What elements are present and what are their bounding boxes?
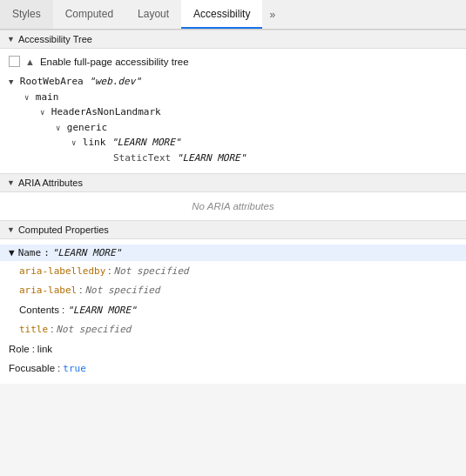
aria-attributes-header[interactable]: ▼ ARIA Attributes <box>0 173 466 192</box>
computed-properties-header[interactable]: ▼ Computed Properties <box>0 220 466 239</box>
accessibility-tree-label: Accessibility Tree <box>18 34 92 44</box>
accessibility-tree-header[interactable]: ▼ Accessibility Tree <box>0 30 466 49</box>
more-tabs-button[interactable]: » <box>262 0 282 29</box>
name-triangle: ▼ <box>9 247 15 258</box>
accessibility-tree-triangle: ▼ <box>7 35 15 44</box>
tree-node-rootwebarea[interactable]: ▼ RootWebArea "web.dev" <box>9 74 457 90</box>
computed-triangle: ▼ <box>7 225 15 234</box>
prop-title: title : Not specified <box>9 319 457 339</box>
expander-2: ∨ <box>40 108 50 117</box>
enable-label: Enable full-page accessibility tree <box>40 57 189 67</box>
tab-layout[interactable]: Layout <box>125 0 181 29</box>
enable-checkbox[interactable] <box>9 56 20 67</box>
expander-0: ▼ <box>9 77 18 86</box>
computed-properties-section: ▼ Name: "LEARN MORE" aria-labelledby : N… <box>0 239 466 384</box>
prop-aria-label: aria-label : Not specified <box>9 280 457 300</box>
tree-node-main[interactable]: ∨ main <box>9 90 457 105</box>
filter-icon: ▲ <box>25 57 35 67</box>
aria-triangle: ▼ <box>7 178 15 187</box>
prop-contents: Contents : "LEARN MORE" <box>9 300 457 320</box>
computed-name-row[interactable]: ▼ Name: "LEARN MORE" <box>0 245 466 261</box>
expander-1: ∨ <box>24 93 34 102</box>
expander-3: ∨ <box>56 124 65 132</box>
computed-properties-label: Computed Properties <box>18 225 109 235</box>
prop-aria-labelledby: aria-labelledby : Not specified <box>9 261 457 281</box>
accessibility-tree-section: ▲ Enable full-page accessibility tree ▼ … <box>0 49 466 173</box>
main-panel: ▼ Accessibility Tree ▲ Enable full-page … <box>0 30 466 384</box>
aria-attributes-label: ARIA Attributes <box>18 178 83 188</box>
tree-nodes: ▼ RootWebArea "web.dev" ∨ main ∨ HeaderA… <box>9 74 457 166</box>
prop-focusable: Focusable : true <box>9 359 457 379</box>
aria-empty-message: No ARIA attributes <box>0 192 466 220</box>
tabs-bar: Styles Computed Layout Accessibility » <box>0 0 466 30</box>
expander-4: ∨ <box>71 138 81 147</box>
tab-computed[interactable]: Computed <box>53 0 125 29</box>
tree-node-statictext[interactable]: StaticText "LEARN MORE" <box>9 151 457 166</box>
tree-node-generic[interactable]: ∨ generic <box>9 120 457 136</box>
enable-row: ▲ Enable full-page accessibility tree <box>9 56 457 67</box>
tree-node-header[interactable]: ∨ HeaderAsNonLandmark <box>9 104 457 120</box>
prop-role: Role : link <box>9 339 457 359</box>
tab-styles[interactable]: Styles <box>0 0 53 29</box>
tree-node-link[interactable]: ∨ link "LEARN MORE" <box>9 135 457 151</box>
tab-accessibility[interactable]: Accessibility <box>181 0 262 29</box>
